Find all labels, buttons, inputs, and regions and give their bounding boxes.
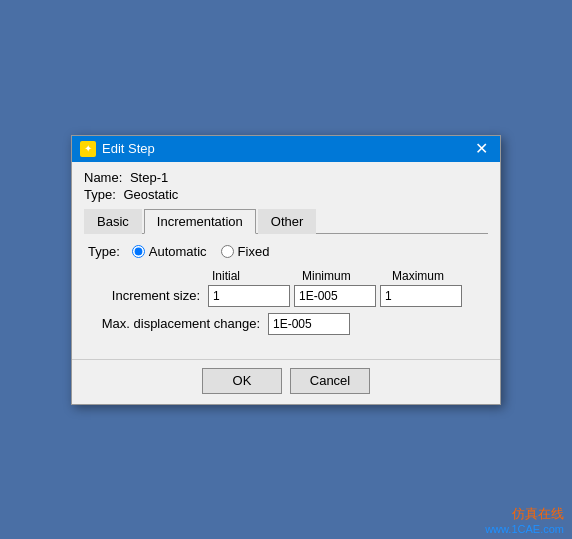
name-value: Step-1: [130, 170, 168, 185]
title-bar: ✦ Edit Step ✕: [72, 136, 500, 162]
step-type-row: Type: Geostatic: [84, 187, 488, 202]
increment-size-maximum[interactable]: [380, 285, 462, 307]
cancel-button[interactable]: Cancel: [290, 368, 370, 394]
type-label: Type:: [84, 187, 116, 202]
radio-fixed[interactable]: Fixed: [221, 244, 270, 259]
step-name-row: Name: Step-1: [84, 170, 488, 185]
radio-automatic[interactable]: Automatic: [132, 244, 207, 259]
increment-type-row: Type: Automatic Fixed: [88, 244, 484, 259]
branding-line2: www.1CAE.com: [485, 523, 564, 535]
radio-fixed-label: Fixed: [238, 244, 270, 259]
name-label: Name:: [84, 170, 122, 185]
type-value: Geostatic: [123, 187, 178, 202]
type-field-label: Type:: [88, 244, 120, 259]
dialog-footer: OK Cancel: [72, 359, 500, 404]
col-minimum: Minimum: [298, 269, 388, 283]
increment-size-label: Increment size:: [88, 288, 208, 303]
increment-size-initial[interactable]: [208, 285, 290, 307]
ok-button[interactable]: OK: [202, 368, 282, 394]
tab-bar: Basic Incrementation Other: [84, 208, 488, 234]
tab-basic[interactable]: Basic: [84, 209, 142, 234]
max-displacement-label: Max. displacement change:: [88, 316, 268, 331]
increment-size-minimum[interactable]: [294, 285, 376, 307]
dialog-body: Name: Step-1 Type: Geostatic Basic Incre…: [72, 162, 500, 359]
type-radio-group: Automatic Fixed: [132, 244, 270, 259]
max-displacement-row: Max. displacement change:: [88, 313, 484, 335]
radio-fixed-input[interactable]: [221, 245, 234, 258]
increment-size-row: Increment size:: [88, 285, 484, 307]
column-headers: Initial Minimum Maximum: [208, 269, 484, 283]
title-bar-left: ✦ Edit Step: [80, 141, 155, 157]
radio-automatic-label: Automatic: [149, 244, 207, 259]
radio-automatic-input[interactable]: [132, 245, 145, 258]
col-maximum: Maximum: [388, 269, 478, 283]
branding: 仿真在线 www.1CAE.com: [477, 501, 572, 539]
increment-form: Initial Minimum Maximum Increment size: …: [88, 269, 484, 335]
tab-incrementation[interactable]: Incrementation: [144, 209, 256, 234]
col-initial: Initial: [208, 269, 298, 283]
dialog-title: Edit Step: [102, 141, 155, 156]
tab-other[interactable]: Other: [258, 209, 317, 234]
edit-step-dialog: ✦ Edit Step ✕ Name: Step-1 Type: Geostat…: [71, 135, 501, 405]
branding-line1: 仿真在线: [485, 505, 564, 523]
dialog-icon: ✦: [80, 141, 96, 157]
max-displacement-value[interactable]: [268, 313, 350, 335]
close-button[interactable]: ✕: [471, 141, 492, 157]
tab-content-incrementation: Type: Automatic Fixed Initial Minimum: [84, 234, 488, 349]
